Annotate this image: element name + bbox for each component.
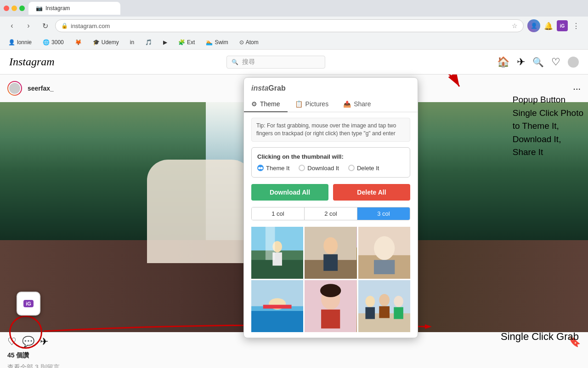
tab-share[interactable]: 📤 Share <box>336 97 378 112</box>
radio-download-it[interactable]: Download It <box>299 165 339 172</box>
bookmark-lonnie[interactable]: 👤 lonnie <box>6 38 34 46</box>
activity-icon[interactable]: ♡ <box>551 56 560 68</box>
svg-rect-21 <box>321 310 340 328</box>
bookmark-udemy[interactable]: 🎓 Udemy <box>90 38 122 46</box>
post-options-icon[interactable]: ··· <box>573 83 581 94</box>
profile-nav-avatar[interactable] <box>568 57 579 68</box>
url-text: instagram.com <box>71 23 509 29</box>
radio-delete-it[interactable]: Delete It <box>348 165 379 172</box>
refresh-button[interactable]: ↻ <box>39 19 51 32</box>
photo-thumb-3[interactable] <box>358 227 410 279</box>
bookmarks-bar: 👤 lonnie 🌐 3000 🦊 🎓 Udemy in 🎵 ▶ 🧩 Ext 🏊 <box>0 35 588 50</box>
photo-thumb-1[interactable] <box>251 227 303 279</box>
bookmark-linkedin[interactable]: in <box>127 38 137 46</box>
popup-action-buttons: Download All Delete All <box>251 184 410 201</box>
bookmark-ext[interactable]: 🧩 Ext <box>175 38 198 46</box>
window-controls <box>4 6 25 11</box>
main-content: Instagram 🔍 搜尋 🏠 ✈ 🔍 ♡ <box>0 50 588 368</box>
forward-button[interactable]: › <box>22 19 35 32</box>
user-avatar[interactable] <box>7 81 22 96</box>
maximize-dot[interactable] <box>19 6 25 11</box>
download-all-button[interactable]: Download All <box>251 184 328 201</box>
radio-options: Theme It Download It Delete It <box>257 165 404 172</box>
close-dot[interactable] <box>4 6 9 11</box>
save-button[interactable]: 🔖 <box>568 336 581 348</box>
bookmark-github[interactable]: ⊙ Atom <box>237 38 261 46</box>
svg-point-27 <box>379 294 390 306</box>
back-button[interactable]: ‹ <box>6 19 18 32</box>
radio-delete-dot <box>348 165 355 171</box>
radio-delete-label: Delete It <box>357 165 379 172</box>
bookmark-youtube[interactable]: ▶ <box>160 38 170 46</box>
ig-label: iG <box>23 300 34 307</box>
address-bar[interactable]: 🔒 instagram.com ☆ <box>55 19 524 32</box>
photo-thumb-5[interactable] <box>305 280 356 332</box>
bell-icon[interactable]: 🔔 <box>542 19 555 32</box>
bookmark-swim[interactable]: 🏊 Swim <box>203 38 231 46</box>
profile-icon[interactable]: 👤 <box>527 19 540 32</box>
radio-theme-it[interactable]: Theme It <box>257 165 289 172</box>
popup-tabs: ⚙ Theme 📋 Pictures 📤 Share <box>244 97 418 112</box>
view-comments-link[interactable]: 查看全部 3 則留言 <box>0 363 588 368</box>
search-placeholder: 搜尋 <box>242 58 255 66</box>
photo-thumb-6[interactable] <box>358 280 410 332</box>
avatar-image <box>8 82 21 95</box>
svg-rect-30 <box>394 307 403 319</box>
send-icon[interactable]: ✈ <box>517 56 525 68</box>
instagram-logo: Instagram <box>9 56 55 68</box>
instagrab-popup: instaGrab ⚙ Theme 📋 Pictures 📤 Share <box>243 77 418 338</box>
instagrab-grab-button[interactable]: iG <box>17 292 40 316</box>
tab-title: Instagram <box>45 5 70 12</box>
instagrab-extension-button[interactable]: iG <box>557 20 568 31</box>
browser-extension-area: 👤 🔔 iG ⋮ <box>527 19 582 32</box>
radio-theme-dot <box>257 165 264 171</box>
home-icon[interactable]: 🏠 <box>497 56 509 68</box>
tab-pictures-label: Pictures <box>305 100 329 108</box>
username-label[interactable]: seerfax_ <box>28 85 54 92</box>
col-2-button[interactable]: 2 col <box>305 207 357 220</box>
more-options-button[interactable]: ⋮ <box>570 19 582 32</box>
search-input[interactable]: 🔍 搜尋 <box>226 56 325 69</box>
browser-toolbar: ‹ › ↻ 🔒 instagram.com ☆ 👤 🔔 iG ⋮ <box>0 17 588 35</box>
bookmark-music-icon: 🎵 <box>145 39 152 46</box>
col-3-button[interactable]: 3 col <box>357 207 410 220</box>
pictures-tab-icon: 📋 <box>295 100 303 108</box>
browser-chrome: 📷 Instagram ‹ › ↻ 🔒 instagram.com ☆ 👤 🔔 … <box>0 0 588 50</box>
svg-point-25 <box>365 296 375 307</box>
popup-header: instaGrab <box>244 78 418 93</box>
bookmark-music[interactable]: 🎵 <box>142 38 155 46</box>
person-figure <box>147 160 253 263</box>
popup-tip: Tip: For fast grabbing, mouse over the i… <box>251 118 410 142</box>
instagram-page: Instagram 🔍 搜尋 🏠 ✈ 🔍 ♡ <box>0 50 588 368</box>
photo-grid <box>251 227 410 333</box>
bookmark-firefox-icon: 🦊 <box>75 39 82 46</box>
bookmark-linkedin-icon: in <box>130 39 134 46</box>
col-1-button[interactable]: 1 col <box>252 207 305 220</box>
bookmark-3000[interactable]: 🌐 3000 <box>40 38 67 46</box>
tab-theme[interactable]: ⚙ Theme <box>244 97 288 112</box>
search-area: 🔍 搜尋 <box>55 56 497 69</box>
popup-content: Tip: For fast grabbing, mouse over the i… <box>244 112 418 338</box>
comment-button[interactable]: 💬 <box>22 336 34 348</box>
share-button[interactable]: ✈ <box>40 336 48 348</box>
theme-tab-icon: ⚙ <box>251 100 257 108</box>
delete-all-button[interactable]: Delete All <box>333 184 410 201</box>
photo-thumb-4[interactable] <box>251 280 303 332</box>
tab-pictures[interactable]: 📋 Pictures <box>288 97 336 112</box>
bookmark-star-icon[interactable]: ☆ <box>512 22 518 29</box>
browser-tab[interactable]: 📷 Instagram <box>28 2 120 15</box>
column-selector: 1 col 2 col 3 col <box>251 207 410 220</box>
explore-icon[interactable]: 🔍 <box>532 57 544 68</box>
browser-titlebar: 📷 Instagram <box>0 0 588 17</box>
bookmark-ext-icon: 🧩 <box>178 39 185 46</box>
radio-theme-label: Theme It <box>266 165 289 172</box>
photo-thumb-2[interactable] <box>305 227 356 279</box>
tip-text: Tip: For fast grabbing, mouse over the i… <box>256 122 396 137</box>
minimize-dot[interactable] <box>11 6 17 11</box>
share-tab-icon: 📤 <box>343 100 351 108</box>
bookmark-firefox[interactable]: 🦊 <box>72 38 85 46</box>
tab-theme-label: Theme <box>260 100 280 108</box>
bookmark-udemy-icon: 🎓 <box>93 39 100 46</box>
like-button[interactable]: ♡ <box>7 336 17 348</box>
svg-rect-5 <box>266 227 275 260</box>
